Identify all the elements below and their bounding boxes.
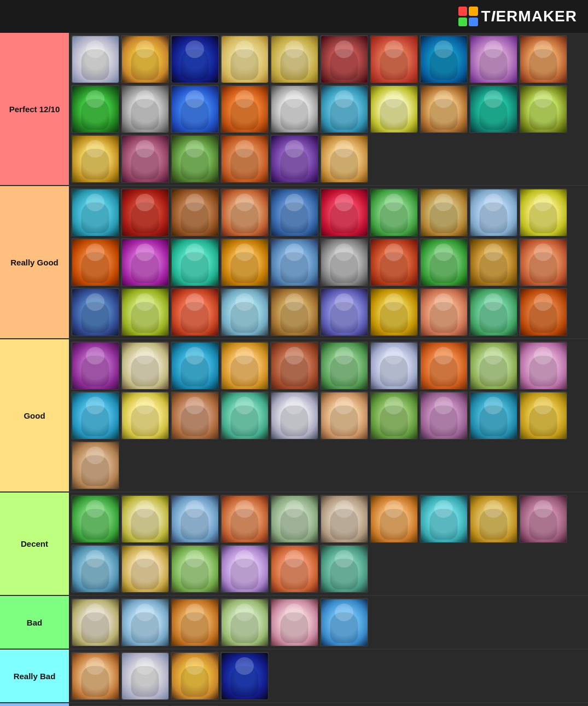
tier-item-rg9[interactable] <box>469 188 517 236</box>
tier-item-p19[interactable] <box>469 85 517 133</box>
tier-item-rg17[interactable] <box>370 238 418 286</box>
tier-item-rg10[interactable] <box>519 188 567 236</box>
tier-item-g18[interactable] <box>420 391 468 439</box>
tier-item-d16[interactable] <box>320 545 368 593</box>
tier-item-b3[interactable] <box>171 598 219 646</box>
tier-item-p12[interactable] <box>121 85 169 133</box>
tier-item-d15[interactable] <box>270 545 318 593</box>
tier-item-rg2[interactable] <box>121 188 169 236</box>
tier-item-d9[interactable] <box>469 495 517 543</box>
tier-item-g4[interactable] <box>220 342 269 390</box>
tier-item-rg30[interactable] <box>519 288 567 336</box>
tier-item-b5[interactable] <box>270 598 318 646</box>
tier-item-d5[interactable] <box>270 495 318 543</box>
tier-item-b4[interactable] <box>220 598 269 646</box>
tier-item-p9[interactable] <box>469 35 517 83</box>
tier-item-rg1[interactable] <box>71 188 119 236</box>
tier-item-rg27[interactable] <box>370 288 418 336</box>
tier-item-rg20[interactable] <box>519 238 567 286</box>
tier-item-g5[interactable] <box>270 342 318 390</box>
tier-item-g10[interactable] <box>519 342 567 390</box>
tier-item-g15[interactable] <box>270 391 318 439</box>
tier-item-p15[interactable] <box>270 85 318 133</box>
tier-item-g12[interactable] <box>121 391 169 439</box>
tier-item-p24[interactable] <box>220 135 269 183</box>
tier-item-p6[interactable] <box>320 35 368 83</box>
tier-item-g9[interactable] <box>469 342 517 390</box>
tier-item-g16[interactable] <box>320 391 368 439</box>
tier-item-g17[interactable] <box>370 391 418 439</box>
tier-item-rg5[interactable] <box>270 188 318 236</box>
tier-item-p7[interactable] <box>370 35 418 83</box>
tier-item-d10[interactable] <box>519 495 567 543</box>
tier-item-rg25[interactable] <box>270 288 318 336</box>
tier-item-rg29[interactable] <box>469 288 517 336</box>
tier-item-g21[interactable] <box>71 441 119 489</box>
tier-item-rg15[interactable] <box>270 238 318 286</box>
tier-item-d13[interactable] <box>171 545 219 593</box>
tier-item-p14[interactable] <box>220 85 269 133</box>
tier-item-g1[interactable] <box>71 342 119 390</box>
tier-item-b1[interactable] <box>71 598 119 646</box>
tier-item-d3[interactable] <box>171 495 219 543</box>
tier-item-d2[interactable] <box>121 495 169 543</box>
tier-item-d11[interactable] <box>71 545 119 593</box>
tier-item-rg22[interactable] <box>121 288 169 336</box>
tier-item-p10[interactable] <box>519 35 567 83</box>
tier-item-p1[interactable] <box>71 35 119 83</box>
tier-item-p22[interactable] <box>121 135 169 183</box>
tier-item-p21[interactable] <box>71 135 119 183</box>
tier-item-rg11[interactable] <box>71 238 119 286</box>
tier-item-g3[interactable] <box>171 342 219 390</box>
tier-item-rg18[interactable] <box>420 238 468 286</box>
tier-item-rg4[interactable] <box>220 188 269 236</box>
tier-item-g11[interactable] <box>71 391 119 439</box>
tier-item-rb1[interactable] <box>71 652 119 700</box>
tier-item-d12[interactable] <box>121 545 169 593</box>
tier-item-d14[interactable] <box>220 545 269 593</box>
tier-item-p4[interactable] <box>220 35 269 83</box>
tier-item-p11[interactable] <box>71 85 119 133</box>
tier-item-p26[interactable] <box>320 135 368 183</box>
tier-item-rg8[interactable] <box>420 188 468 236</box>
tier-item-g13[interactable] <box>171 391 219 439</box>
tier-item-p8[interactable] <box>420 35 468 83</box>
tier-item-d1[interactable] <box>71 495 119 543</box>
tier-item-rg12[interactable] <box>121 238 169 286</box>
tier-item-g14[interactable] <box>220 391 269 439</box>
tier-item-rb2[interactable] <box>121 652 169 700</box>
tier-item-rg19[interactable] <box>469 238 517 286</box>
tier-item-p25[interactable] <box>270 135 318 183</box>
tier-item-rg13[interactable] <box>171 238 219 286</box>
tier-item-rg23[interactable] <box>171 288 219 336</box>
tier-item-g19[interactable] <box>469 391 517 439</box>
tier-item-rg26[interactable] <box>320 288 368 336</box>
tier-item-p20[interactable] <box>519 85 567 133</box>
tier-item-g6[interactable] <box>320 342 368 390</box>
tier-item-rg28[interactable] <box>420 288 468 336</box>
tier-item-rg6[interactable] <box>320 188 368 236</box>
tier-item-p2[interactable] <box>121 35 169 83</box>
tier-item-g8[interactable] <box>420 342 468 390</box>
tier-item-rg21[interactable] <box>71 288 119 336</box>
tier-item-rg3[interactable] <box>171 188 219 236</box>
tier-item-g20[interactable] <box>519 391 567 439</box>
tier-item-rb3[interactable] <box>171 652 219 700</box>
tier-item-d7[interactable] <box>370 495 418 543</box>
tier-item-p17[interactable] <box>370 85 418 133</box>
tier-item-b2[interactable] <box>121 598 169 646</box>
tier-item-p18[interactable] <box>420 85 468 133</box>
tier-item-d8[interactable] <box>420 495 468 543</box>
tier-item-rb4[interactable] <box>220 652 269 700</box>
tier-item-p5[interactable] <box>270 35 318 83</box>
tier-item-g7[interactable] <box>370 342 418 390</box>
tier-item-rg7[interactable] <box>370 188 418 236</box>
tier-item-d4[interactable] <box>220 495 269 543</box>
tier-item-p3[interactable] <box>171 35 219 83</box>
tier-item-rg24[interactable] <box>220 288 269 336</box>
tier-item-p13[interactable] <box>171 85 219 133</box>
tier-item-d6[interactable] <box>320 495 368 543</box>
tier-item-p23[interactable] <box>171 135 219 183</box>
tier-item-rg14[interactable] <box>220 238 269 286</box>
tier-item-g2[interactable] <box>121 342 169 390</box>
